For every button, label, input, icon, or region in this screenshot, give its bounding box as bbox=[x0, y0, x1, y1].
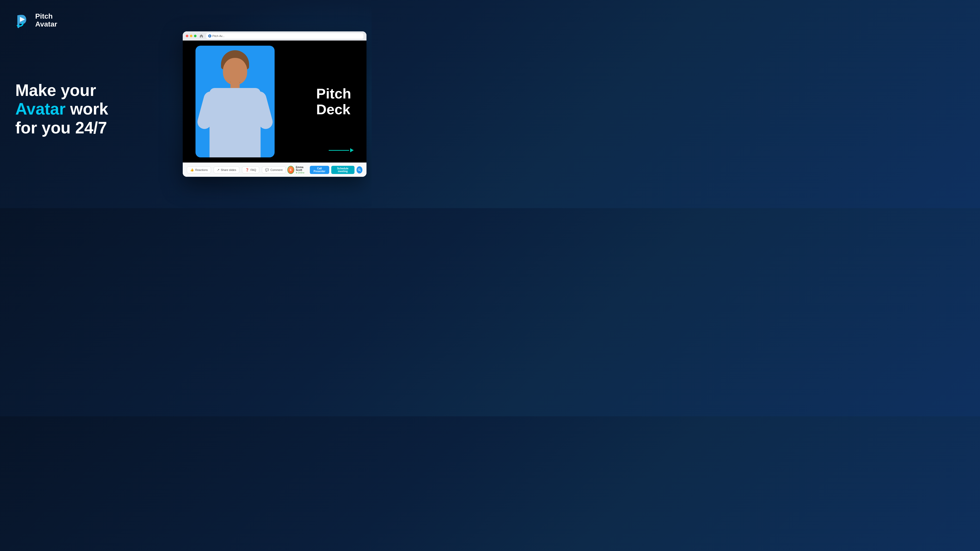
left-panel: Make your Avatar work for you 24/7 bbox=[15, 0, 156, 208]
person-face bbox=[223, 58, 247, 85]
browser-bar: Pitch Av... bbox=[183, 32, 366, 41]
svg-line-6 bbox=[360, 170, 361, 171]
person-crossed-arms bbox=[207, 108, 263, 123]
comment-label: Comment bbox=[270, 168, 283, 171]
search-icon bbox=[358, 168, 361, 171]
user-info-block: Emma Scott ● Online bbox=[296, 166, 308, 174]
home-icon bbox=[200, 34, 203, 38]
browser-window-controls bbox=[186, 35, 197, 37]
user-pill: E Emma Scott ● Online bbox=[287, 166, 308, 174]
pitch-deck-line2: Deck bbox=[316, 101, 350, 118]
search-button[interactable] bbox=[356, 166, 363, 173]
comment-button[interactable]: 💬 Comment bbox=[262, 166, 286, 173]
share-slides-label: Share slides bbox=[221, 168, 236, 171]
pitch-deck-text-block: Pitch Deck bbox=[316, 86, 351, 117]
browser-close-dot[interactable] bbox=[186, 35, 188, 37]
browser-content: Pitch Deck Voice recognition bbox=[183, 41, 366, 162]
faq-label: FAQ bbox=[250, 168, 256, 171]
faq-button[interactable]: ❓ FAQ bbox=[242, 166, 259, 173]
toolbar-actions-right: E Emma Scott ● Online Call Presenter Sch… bbox=[287, 166, 363, 174]
call-presenter-button[interactable]: Call Presenter bbox=[310, 166, 329, 174]
call-presenter-label: Call Presenter bbox=[313, 167, 325, 173]
browser-toolbar: 👍 Reactions ↗ Share slides ❓ FAQ 💬 Comme… bbox=[183, 162, 366, 177]
user-name-text: Emma Scott bbox=[296, 166, 308, 171]
presenter-figure bbox=[199, 50, 271, 157]
thumbs-up-icon: 👍 bbox=[190, 168, 194, 171]
browser-mockup: Pitch Av... Pitch Deck bbox=[183, 32, 366, 177]
browser-address-bar[interactable]: Pitch Av... bbox=[206, 33, 363, 39]
teal-arrow bbox=[329, 148, 354, 152]
comment-icon: 💬 bbox=[265, 168, 269, 171]
favicon bbox=[208, 35, 211, 38]
pitch-deck-line1: Pitch bbox=[316, 86, 351, 102]
hero-line-2-cyan: Avatar bbox=[15, 100, 65, 118]
user-avatar: E bbox=[287, 166, 294, 174]
question-icon: ❓ bbox=[245, 168, 249, 171]
reactions-button[interactable]: 👍 Reactions bbox=[187, 166, 211, 173]
arrow-head bbox=[350, 148, 354, 152]
hero-line-2: Avatar work bbox=[15, 100, 156, 119]
hero-text: Make your Avatar work for you 24/7 bbox=[15, 81, 156, 138]
address-text: Pitch Av... bbox=[212, 35, 224, 38]
schedule-meeting-label: Schedule meeting bbox=[337, 167, 348, 173]
browser-minimize-dot[interactable] bbox=[190, 35, 192, 37]
hero-line-3: for you 24/7 bbox=[15, 119, 156, 138]
share-icon: ↗ bbox=[217, 168, 220, 171]
hero-line-1: Make your bbox=[15, 81, 156, 100]
reactions-label: Reactions bbox=[195, 168, 208, 171]
toolbar-actions-left: 👍 Reactions ↗ Share slides ❓ FAQ 💬 Comme… bbox=[187, 166, 287, 173]
avatar-presentation-box bbox=[196, 46, 275, 157]
browser-home-button[interactable] bbox=[199, 33, 204, 39]
arrow-line bbox=[329, 150, 349, 151]
user-status-text: ● Online bbox=[296, 171, 308, 174]
hero-line-2-rest: work bbox=[70, 100, 108, 118]
schedule-meeting-button[interactable]: Schedule meeting bbox=[331, 166, 355, 174]
pitch-deck-title: Pitch Deck bbox=[316, 86, 351, 117]
browser-maximize-dot[interactable] bbox=[194, 35, 197, 37]
share-slides-button[interactable]: ↗ Share slides bbox=[213, 166, 240, 173]
